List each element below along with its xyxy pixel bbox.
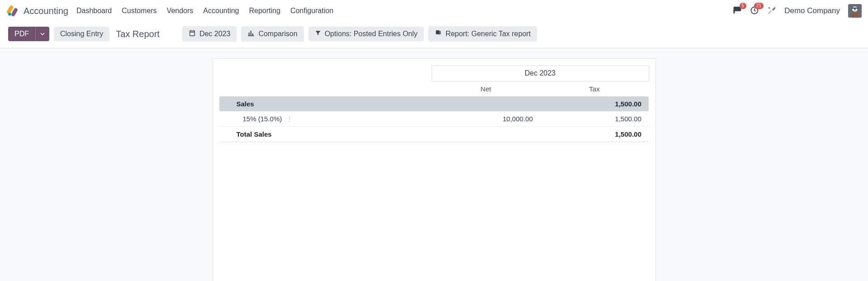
row-0-label: 15% (15.0%) (243, 115, 282, 123)
date-filter-label: Dec 2023 (199, 30, 231, 38)
row-0-tax: 1,500.00 (540, 111, 649, 127)
total-sales-row: Total Sales 1,500.00 (219, 127, 649, 142)
sales-section-tax: 1,500.00 (540, 96, 649, 111)
period-header: Dec 2023 (432, 66, 649, 81)
tools-icon (767, 6, 776, 16)
nav-reporting[interactable]: Reporting (249, 7, 280, 15)
report-card: Dec 2023 Net Tax Sales 1,500.00 15% (15.… (213, 58, 656, 281)
more-actions-icon[interactable]: ⋮ (286, 115, 293, 123)
book-icon (435, 29, 442, 38)
pdf-dropdown-button[interactable] (35, 27, 49, 41)
messages-button[interactable]: 5 (733, 6, 742, 16)
pdf-button[interactable]: PDF (8, 27, 35, 41)
period-blank (219, 66, 432, 81)
comparison-button[interactable]: Comparison (241, 26, 304, 42)
sales-section-row[interactable]: Sales 1,500.00 (219, 96, 649, 111)
control-bar: PDF Closing Entry Tax Report Dec 2023 Co… (0, 22, 868, 48)
nav-items: Dashboard Customers Vendors Accounting R… (76, 7, 333, 15)
svg-rect-7 (852, 9, 854, 10)
sales-section-label: Sales (219, 96, 432, 111)
col-tax-header: Tax (540, 81, 649, 97)
nav-accounting[interactable]: Accounting (203, 7, 239, 15)
row-0-net: 10,000.00 (432, 111, 540, 127)
nav-dashboard[interactable]: Dashboard (76, 7, 112, 15)
page-title: Tax Report (116, 29, 160, 39)
date-filter-button[interactable]: Dec 2023 (182, 26, 237, 42)
closing-entry-button[interactable]: Closing Entry (54, 27, 109, 41)
comparison-label: Comparison (258, 30, 297, 38)
user-avatar[interactable] (848, 4, 862, 18)
main-area: Dec 2023 Net Tax Sales 1,500.00 15% (15.… (0, 48, 868, 281)
report-label: Report: Generic Tax report (446, 30, 531, 38)
app-logo[interactable] (6, 5, 18, 17)
debug-tools-button[interactable] (767, 6, 776, 16)
sales-section-net (432, 96, 540, 111)
period-header-row: Dec 2023 (219, 66, 649, 81)
total-sales-label: Total Sales (219, 127, 432, 142)
nav-customers[interactable]: Customers (122, 7, 157, 15)
nav-vendors[interactable]: Vendors (167, 7, 194, 15)
calendar-icon (189, 29, 196, 38)
svg-rect-8 (855, 9, 858, 10)
options-button[interactable]: Options: Posted Entries Only (308, 27, 424, 41)
total-sales-net (432, 127, 540, 142)
column-header-row: Net Tax (219, 81, 649, 97)
activities-button[interactable]: 21 (750, 6, 759, 16)
app-name[interactable]: Accounting (24, 6, 68, 16)
nav-configuration[interactable]: Configuration (290, 7, 333, 15)
navbar: Accounting Dashboard Customers Vendors A… (0, 0, 868, 22)
col-blank (219, 81, 432, 97)
caret-down-icon (40, 30, 45, 38)
pdf-button-group: PDF (8, 27, 49, 41)
company-switcher[interactable]: Demo Company (784, 6, 840, 15)
svg-point-2 (8, 13, 11, 16)
total-sales-tax: 1,500.00 (540, 127, 649, 142)
nav-right: 5 21 Demo Company (733, 4, 862, 18)
svg-rect-9 (852, 13, 858, 18)
bar-chart-icon (247, 29, 255, 38)
messages-badge: 5 (740, 3, 747, 9)
table-row[interactable]: 15% (15.0%) ⋮ 10,000.00 1,500.00 (219, 111, 649, 127)
report-table: Dec 2023 Net Tax Sales 1,500.00 15% (15.… (219, 65, 649, 142)
filter-icon (315, 30, 321, 38)
options-label: Options: Posted Entries Only (325, 30, 417, 38)
activities-badge: 21 (754, 3, 764, 9)
report-button[interactable]: Report: Generic Tax report (428, 26, 537, 42)
row-0-label-cell: 15% (15.0%) ⋮ (219, 111, 432, 127)
col-net-header: Net (432, 81, 540, 97)
